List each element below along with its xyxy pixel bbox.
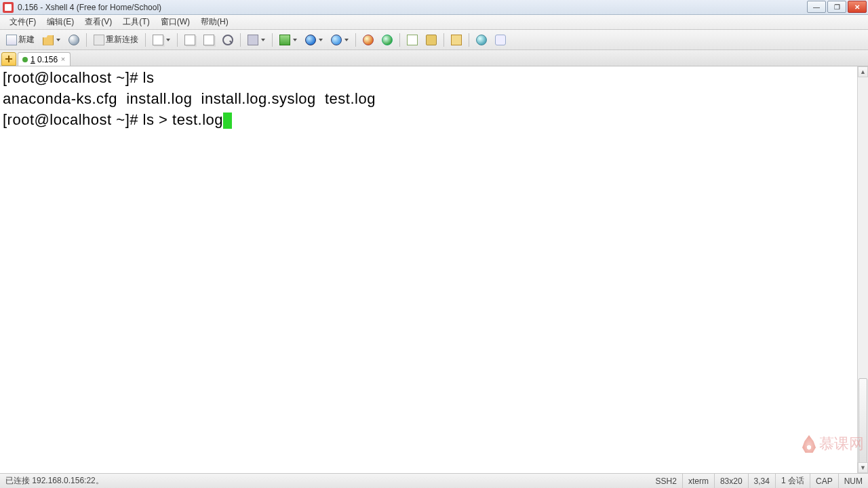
prompt: [root@localhost ~]# xyxy=(3,69,143,86)
chevron-down-icon xyxy=(344,39,349,41)
open-button[interactable] xyxy=(39,33,64,47)
box-icon xyxy=(279,35,290,45)
properties-icon xyxy=(153,35,163,45)
disconnect-button[interactable] xyxy=(359,33,377,47)
close-button[interactable]: ✕ xyxy=(848,1,867,13)
help-button[interactable] xyxy=(473,33,490,47)
separator xyxy=(443,33,444,47)
plus-icon xyxy=(5,56,12,62)
tile-button[interactable] xyxy=(403,33,421,47)
status-connected: 已连接 192.168.0.156:22。 xyxy=(0,474,109,488)
disconnect-icon xyxy=(363,35,374,45)
menu-bar: 文件(F) 编辑(E) 查看(V) 工具(T) 窗口(W) 帮助(H) xyxy=(0,15,868,30)
globe-icon xyxy=(331,35,342,45)
status-sessions: 1 会话 xyxy=(776,474,810,488)
status-protocol: SSH2 xyxy=(650,474,683,488)
watermark: 慕课网 xyxy=(802,434,864,454)
maximize-button[interactable]: ❐ xyxy=(827,1,846,13)
lock-icon xyxy=(426,35,437,45)
print-icon xyxy=(248,35,258,45)
connect-icon xyxy=(382,35,393,45)
tab-bar: 1 0.156 × xyxy=(0,50,868,66)
tab-close-button[interactable]: × xyxy=(59,55,67,63)
vertical-scrollbar[interactable]: ▲ ▼ xyxy=(857,66,868,473)
window-titlebar: 0.156 - Xshell 4 (Free for Home/School) … xyxy=(0,0,868,15)
command: ls > test.log xyxy=(143,111,223,128)
print-button[interactable] xyxy=(244,33,269,47)
terminal-area: [root@localhost ~]# ls anaconda-ks.cfg i… xyxy=(0,66,868,473)
grid-icon xyxy=(407,35,418,45)
link-button[interactable] xyxy=(65,33,83,47)
new-tab-button[interactable] xyxy=(1,52,16,66)
chat-icon xyxy=(495,35,506,45)
flame-icon xyxy=(802,435,816,453)
globe-button[interactable] xyxy=(302,33,326,47)
command: ls xyxy=(143,69,155,86)
scroll-thumb[interactable] xyxy=(859,378,867,466)
globe2-button[interactable] xyxy=(328,33,352,47)
folder-icon xyxy=(451,35,462,45)
status-num: NUM xyxy=(839,474,868,488)
status-dot-icon xyxy=(22,57,28,62)
menu-file[interactable]: 文件(F) xyxy=(4,15,41,29)
search-icon xyxy=(222,35,233,45)
menu-window[interactable]: 窗口(W) xyxy=(155,15,195,29)
separator xyxy=(177,33,178,47)
separator xyxy=(399,33,400,47)
chevron-down-icon xyxy=(293,39,297,41)
tab-session[interactable]: 1 0.156 × xyxy=(18,52,71,66)
status-bar: 已连接 192.168.0.156:22。 SSH2 xterm 83x20 3… xyxy=(0,473,868,488)
separator xyxy=(272,33,273,47)
menu-edit[interactable]: 编辑(E) xyxy=(41,15,79,29)
separator xyxy=(355,33,356,47)
chevron-down-icon xyxy=(261,39,265,41)
separator xyxy=(240,33,241,47)
new-icon xyxy=(6,35,17,45)
chevron-down-icon xyxy=(166,39,170,41)
find-button[interactable] xyxy=(219,33,237,47)
chevron-down-icon xyxy=(319,39,323,41)
separator xyxy=(86,33,87,47)
window-title: 0.156 - Xshell 4 (Free for Home/School) xyxy=(16,3,807,12)
link-icon xyxy=(68,35,79,45)
app-icon xyxy=(3,2,14,13)
separator xyxy=(469,33,469,47)
cursor xyxy=(223,113,232,129)
paste-button[interactable] xyxy=(200,33,218,47)
open-icon xyxy=(43,35,54,45)
status-cap: CAP xyxy=(810,474,839,488)
menu-help[interactable]: 帮助(H) xyxy=(195,15,234,29)
connect-button[interactable] xyxy=(378,33,396,47)
status-size: 83x20 xyxy=(715,474,749,488)
reconnect-label: 重新连接 xyxy=(106,34,138,45)
tab-title: 1 0.156 xyxy=(31,55,58,64)
copy-button[interactable] xyxy=(181,33,199,47)
globe-icon xyxy=(305,35,316,45)
new-session-button[interactable]: 新建 xyxy=(3,33,38,47)
new-label: 新建 xyxy=(18,34,35,45)
window-controls: — ❐ ✕ xyxy=(807,0,868,14)
menu-view[interactable]: 查看(V) xyxy=(79,15,117,29)
chevron-down-icon xyxy=(56,39,60,41)
scroll-down-button[interactable]: ▼ xyxy=(858,462,868,473)
folder-button[interactable] xyxy=(448,33,465,47)
reconnect-button[interactable]: 重新连接 xyxy=(90,33,142,47)
transfer-button[interactable] xyxy=(276,33,300,47)
status-termtype: xterm xyxy=(683,474,715,488)
prompt: [root@localhost ~]# xyxy=(3,111,143,128)
output-line: anaconda-ks.cfg install.log install.log.… xyxy=(3,90,376,107)
help-icon xyxy=(476,35,487,45)
terminal[interactable]: [root@localhost ~]# ls anaconda-ks.cfg i… xyxy=(0,66,868,132)
chat-button[interactable] xyxy=(492,33,509,47)
reconnect-icon xyxy=(94,35,104,45)
properties-button[interactable] xyxy=(149,33,174,47)
menu-tools[interactable]: 工具(T) xyxy=(117,15,155,29)
status-cursor: 3,34 xyxy=(749,474,776,488)
lock-button[interactable] xyxy=(422,33,440,47)
minimize-button[interactable]: — xyxy=(807,1,826,13)
scroll-up-button[interactable]: ▲ xyxy=(858,66,868,77)
separator xyxy=(145,33,146,47)
toolbar: 新建 重新连接 xyxy=(0,30,868,50)
copy-icon xyxy=(184,35,195,45)
paste-icon xyxy=(203,35,214,45)
